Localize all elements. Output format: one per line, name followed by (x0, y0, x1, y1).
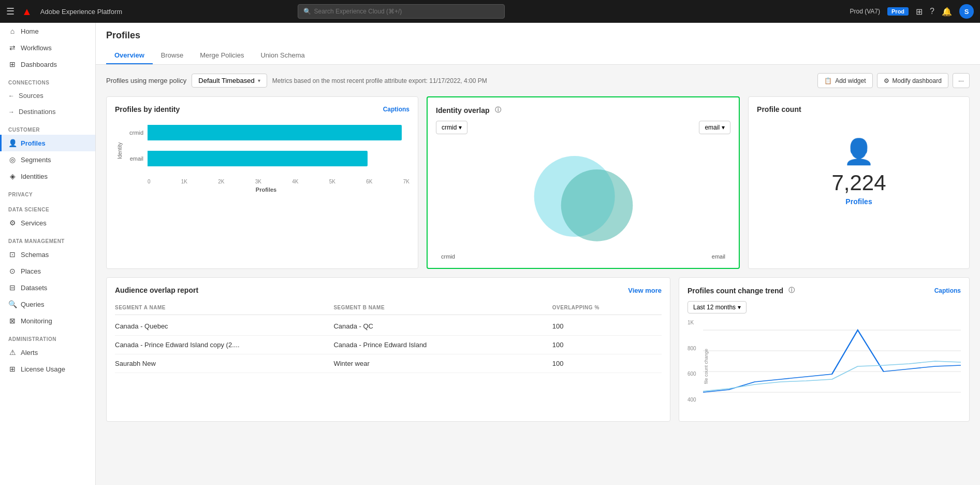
sidebar-item-sources[interactable]: ← Sources (0, 88, 95, 104)
services-icon: ⚙ (8, 219, 17, 227)
x-tick-1: 1K (181, 179, 187, 184)
sidebar-item-queries-label: Queries (21, 301, 45, 308)
profiles-trend-caption[interactable]: Captions (934, 287, 961, 294)
bar-outer-crmid (148, 125, 409, 140)
sidebar-item-places[interactable]: ⊙ Places (0, 263, 95, 279)
administration-section-label: ADMINISTRATION (0, 329, 95, 344)
y-axis-label: Identity (115, 125, 123, 177)
sidebar-item-schemas[interactable]: ⊡ Schemas (0, 246, 95, 263)
sidebar-item-home[interactable]: ⌂ Home (0, 23, 95, 39)
info-icon[interactable]: ⓘ (495, 106, 501, 115)
profile-count-link[interactable]: Profiles (845, 197, 872, 206)
search-bar[interactable]: 🔍 (298, 4, 505, 19)
venn-dropdown-2[interactable]: email ▾ (699, 121, 730, 134)
tab-overview[interactable]: Overview (106, 47, 153, 64)
audience-overlap-title: Audience overlap report View more (115, 286, 662, 294)
profile-count-title: Profile count (757, 105, 961, 113)
add-widget-button[interactable]: 📋 Add widget (817, 73, 872, 88)
sidebar-item-services[interactable]: ⚙ Services (0, 215, 95, 231)
chevron-down-icon: ▾ (258, 78, 260, 83)
profile-count-content: 👤 7,224 Profiles (757, 120, 961, 223)
trend-time-range-value: Last 12 months (693, 304, 736, 311)
tab-browse[interactable]: Browse (153, 47, 192, 64)
env-badge[interactable]: Prod (887, 7, 909, 16)
sidebar-item-segments-label: Segments (21, 156, 51, 164)
sidebar-item-alerts[interactable]: ⚠ Alerts (0, 344, 95, 361)
sidebar-item-identities-label: Identities (21, 173, 48, 180)
cell-segment-b-1: Canada - QC (333, 322, 552, 330)
table-row: Saurabh New Winter wear 100 (115, 354, 662, 373)
topbar: ☰ ▲ Adobe Experience Platform 🔍 Prod (VA… (0, 0, 980, 23)
chevron-down-icon-trend: ▾ (738, 304, 741, 311)
destinations-icon: → (8, 108, 14, 116)
y-label-400: 400 (688, 397, 696, 403)
x-tick-4: 4K (292, 179, 298, 184)
tab-merge-policies[interactable]: Merge Policies (192, 47, 252, 64)
search-input[interactable] (314, 8, 499, 15)
sidebar-item-monitoring[interactable]: ⊠ Monitoring (0, 312, 95, 329)
apps-icon[interactable]: ⊞ (916, 7, 923, 17)
sidebar-item-monitoring-label: Monitoring (21, 317, 52, 325)
x-axis: 0 1K 2K 3K 4K 5K 6K 7K (123, 177, 409, 184)
identity-overlap-widget: Identity overlap ⓘ crmid ▾ email ▾ (427, 96, 740, 269)
data-management-section-label: DATA MANAGEMENT (0, 231, 95, 246)
sidebar-item-identities[interactable]: ◈ Identities (0, 168, 95, 184)
customer-section-label: CUSTOMER (0, 120, 95, 135)
view-more-link[interactable]: View more (628, 287, 662, 294)
sidebar: ⌂ Home ⇄ Workflows ⊞ Dashboards CONNECTI… (0, 23, 96, 485)
notifications-icon[interactable]: 🔔 (942, 7, 952, 17)
sidebar-item-dashboards[interactable]: ⊞ Dashboards (0, 56, 95, 73)
venn-diagram (516, 139, 651, 253)
table-row: Canada - Prince Edward Island copy (2...… (115, 336, 662, 354)
help-icon[interactable]: ? (930, 7, 934, 16)
sidebar-item-dashboards-label: Dashboards (21, 61, 57, 68)
home-icon: ⌂ (8, 27, 17, 35)
modify-dashboard-label: Modify dashboard (893, 77, 942, 84)
venn-dropdown-1[interactable]: crmid ▾ (436, 121, 467, 134)
x-tick-7: 7K (403, 179, 409, 184)
profiles-by-identity-title: Profiles by identity Captions (115, 105, 409, 113)
metrics-text: Metrics based on the most recent profile… (272, 77, 812, 84)
sidebar-item-segments[interactable]: ◎ Segments (0, 151, 95, 168)
tab-union-schema[interactable]: Union Schema (252, 47, 313, 64)
venn-dropdowns: crmid ▾ email ▾ (436, 121, 730, 134)
layout: ⌂ Home ⇄ Workflows ⊞ Dashboards CONNECTI… (0, 23, 980, 485)
sidebar-item-profiles[interactable]: 👤 Profiles (0, 135, 95, 151)
sidebar-item-schemas-label: Schemas (21, 251, 49, 259)
sidebar-item-services-label: Services (21, 219, 47, 227)
sidebar-item-profiles-label: Profiles (21, 139, 46, 147)
trend-time-range-select[interactable]: Last 12 months ▾ (688, 301, 747, 313)
bar-outer-email (148, 151, 409, 166)
sidebar-item-destinations[interactable]: → Destinations (0, 104, 95, 120)
sidebar-item-queries[interactable]: 🔍 Queries (0, 296, 95, 312)
avatar[interactable]: S (959, 4, 974, 19)
app-title: Adobe Experience Platform (40, 8, 122, 16)
sidebar-item-license-usage[interactable]: ⊞ License Usage (0, 361, 95, 377)
segments-icon: ◎ (8, 155, 17, 164)
y-label-600: 600 (688, 371, 696, 377)
content-area: Profiles using merge policy Default Time… (96, 65, 980, 430)
profile-silhouette-icon: 👤 (843, 137, 874, 166)
profiles-by-identity-caption[interactable]: Captions (383, 106, 409, 113)
venn-label-right: email (712, 253, 725, 260)
license-icon: ⊞ (8, 365, 17, 373)
x-tick-3: 3K (255, 179, 261, 184)
x-tick-0: 0 (148, 179, 151, 184)
sidebar-item-datasets[interactable]: ⊟ Datasets (0, 279, 95, 296)
bar-row-email: email (123, 151, 409, 166)
table-header: SEGMENT A NAME SEGMENT B NAME OVERLAPPIN… (115, 301, 662, 315)
sidebar-item-datasets-label: Datasets (21, 284, 47, 292)
main-content: Profiles Overview Browse Merge Policies … (96, 23, 980, 485)
merge-policy-select[interactable]: Default Timebased ▾ (192, 74, 267, 88)
trend-info-icon[interactable]: ⓘ (788, 286, 795, 295)
chevron-down-icon-2: ▾ (722, 124, 725, 131)
cell-segment-b-2: Canada - Prince Edward Island (333, 341, 552, 349)
modify-dashboard-button[interactable]: ⚙ Modify dashboard (877, 73, 948, 88)
menu-icon[interactable]: ☰ (6, 6, 14, 17)
more-options-button[interactable]: ··· (953, 73, 970, 88)
table-row: Canada - Quebec Canada - QC 100 (115, 317, 662, 336)
cell-segment-b-3: Winter wear (333, 360, 552, 367)
dashboards-icon: ⊞ (8, 60, 17, 68)
y-label-1k: 1K (688, 320, 696, 325)
sidebar-item-workflows[interactable]: ⇄ Workflows (0, 39, 95, 56)
